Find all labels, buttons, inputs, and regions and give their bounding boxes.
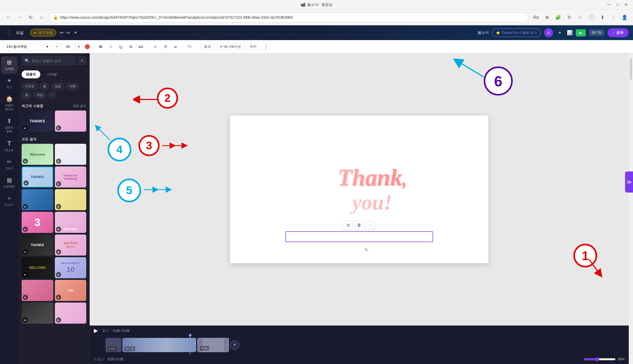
feedback-button[interactable]: ≫ (625, 171, 633, 193)
play-icon-yellow[interactable] (56, 204, 61, 209)
template-extra[interactable] (55, 303, 87, 324)
search-input[interactable] (31, 59, 73, 63)
template-welcome[interactable]: Welcome (22, 144, 53, 165)
add-track-button[interactable]: + (230, 340, 239, 350)
play-icon-thanks5[interactable] (56, 249, 61, 255)
zoom-slider[interactable] (584, 357, 616, 361)
play-icon-pink2[interactable] (56, 181, 61, 186)
more-options-button[interactable]: ⋮ (262, 43, 270, 51)
stats-icon[interactable]: 📊 (567, 30, 573, 36)
window-controls[interactable]: — □ ✕ (607, 2, 628, 7)
track-2[interactable]: 18.7초 (122, 338, 196, 352)
play-icon-nara[interactable] (56, 295, 61, 300)
category-spring[interactable]: 봄 (40, 83, 50, 90)
file-menu[interactable]: 파일 (13, 29, 26, 36)
strikethrough-button[interactable]: S (127, 43, 135, 51)
underline-button[interactable]: U (117, 43, 125, 51)
bold-button[interactable]: B (97, 43, 105, 51)
resize-button[interactable]: ✦ 크기 조정 (30, 29, 56, 36)
preview-play-button[interactable]: ▶ (576, 29, 586, 36)
thank-you-element[interactable]: Thank, you! (338, 164, 407, 214)
panel-scroll[interactable]: 최근에 사용함 모두 보기 THANKS 모든 결과 (18, 101, 89, 364)
sidebar-item-upload[interactable]: ⬆ 업로드 항목 (1, 115, 17, 136)
sidebar-item-projects[interactable]: ▦ 프로젝트 (1, 174, 17, 191)
align-right-button[interactable]: ≣ (171, 43, 179, 51)
favorites-icon[interactable]: ☆ (576, 13, 584, 22)
template-nara[interactable]: 나라 (55, 280, 87, 301)
template-thanks4[interactable]: THANKS (22, 234, 53, 256)
recent-template-2[interactable] (55, 111, 87, 132)
sidebar-item-brand[interactable]: 🏠 브랜드 페이지 (1, 93, 17, 114)
template-sea[interactable] (22, 189, 53, 210)
refresh-icon[interactable]: ↻ (565, 13, 573, 22)
see-all-button[interactable]: 모두 보기 (73, 104, 86, 108)
italic-button[interactable]: I (107, 43, 115, 51)
play-icon-thanks4[interactable] (23, 249, 28, 255)
delete-text-btn[interactable]: 🗑 (355, 221, 364, 230)
download-icon[interactable]: ⬇ (598, 13, 607, 22)
user-icon[interactable]: 👤 (620, 13, 629, 22)
home-button[interactable]: ⌂ (37, 13, 46, 22)
font-selector[interactable]: 210 동네책방 ▾ (4, 43, 51, 50)
play-icon-welcome2[interactable] (23, 272, 28, 277)
category-flower[interactable]: 꽃 (22, 92, 32, 99)
more-text-btn[interactable]: ··· (366, 221, 375, 230)
close-btn[interactable]: ✕ (624, 2, 628, 7)
canva-back-button[interactable]: 〈 (4, 29, 9, 36)
play-icon-colorful[interactable] (56, 159, 61, 164)
play-icon-ready[interactable] (56, 272, 61, 277)
small-caps-button[interactable]: aA (137, 43, 145, 51)
play-icon-num3[interactable] (23, 227, 28, 232)
extensions-icon[interactable]: 🧩 (554, 13, 562, 22)
template-pink2[interactable]: thanks forwatching (55, 166, 87, 188)
tab-template[interactable]: 템플릿 (22, 70, 40, 78)
copy-text-btn[interactable]: ⧉ (344, 221, 353, 230)
play-icon-tv[interactable] (23, 317, 28, 323)
increase-size-button[interactable]: + (75, 43, 82, 50)
template-welcome2[interactable]: WELCOME (22, 257, 53, 278)
maximize-btn[interactable]: □ (616, 2, 619, 7)
search-box[interactable]: 🔍 (22, 56, 76, 65)
share-button[interactable]: ↑ 공유 (607, 28, 629, 37)
template-thanks2[interactable]: THANKS (22, 166, 53, 188)
template-tv[interactable] (22, 303, 53, 324)
effects-button[interactable]: 효과 (200, 43, 214, 50)
canvas-text-field[interactable]: 영상: 박규진 〈벚꽃〉, 음악: 김재영 〈How are you〉, 출처:… (285, 231, 433, 242)
sidebar-item-text[interactable]: T 텍스트 (1, 137, 17, 155)
recent-template-1[interactable]: THANKS (22, 111, 53, 132)
read-mode-icon[interactable]: Aa (532, 13, 540, 22)
back-button[interactable]: ← (4, 13, 13, 22)
play-icon-extra[interactable] (56, 317, 61, 323)
animation-button[interactable]: ✦ 애니메이션 (216, 43, 244, 50)
address-bar[interactable]: 🔒 https://www.canva.com/design/DAFfJ0rtP… (49, 12, 529, 22)
decrease-size-button[interactable]: − (53, 43, 60, 50)
font-size-input[interactable] (61, 43, 74, 50)
track-3[interactable]: 5.0초 (197, 338, 229, 352)
redo-button[interactable]: ↪ (66, 30, 70, 36)
history-icon[interactable]: 🕐 (587, 13, 596, 22)
tab-style[interactable]: 스타일 (42, 70, 61, 78)
zoom-icon[interactable]: ⊕ (543, 13, 551, 22)
category-travel[interactable]: 여행 (66, 83, 79, 90)
template-thanks5[interactable]: 결혼 축하해태인아! (55, 234, 87, 256)
timeline-play-button[interactable]: ▶ (94, 327, 98, 334)
category-intro[interactable]: 인트로 (22, 83, 38, 90)
refresh-button[interactable]: ↻ (26, 13, 35, 22)
template-yellow[interactable] (55, 189, 87, 210)
category-birthday[interactable]: 생일 (51, 83, 64, 90)
avatar[interactable]: A (544, 28, 553, 37)
align-left-button[interactable]: ≡ (151, 43, 159, 51)
play-icon-girl[interactable] (23, 295, 28, 300)
category-game[interactable]: 게임 (33, 92, 46, 99)
template-num3[interactable]: 3 (22, 212, 53, 233)
forward-button[interactable]: → (15, 13, 24, 22)
minimize-btn[interactable]: — (607, 2, 611, 7)
magic-wand-icon[interactable]: ✦ (74, 30, 78, 36)
align-center-button[interactable]: ☰ (161, 43, 169, 51)
play-icon-1[interactable] (23, 125, 28, 131)
play-icon-thanks2[interactable] (23, 180, 29, 186)
font-color-picker[interactable] (84, 44, 90, 50)
sidebar-item-draw[interactable]: ✏ 그리기 (1, 156, 17, 173)
try-pro-button[interactable]: Canva Pro 사용해 보기 (492, 28, 541, 37)
template-girl[interactable] (22, 280, 53, 301)
